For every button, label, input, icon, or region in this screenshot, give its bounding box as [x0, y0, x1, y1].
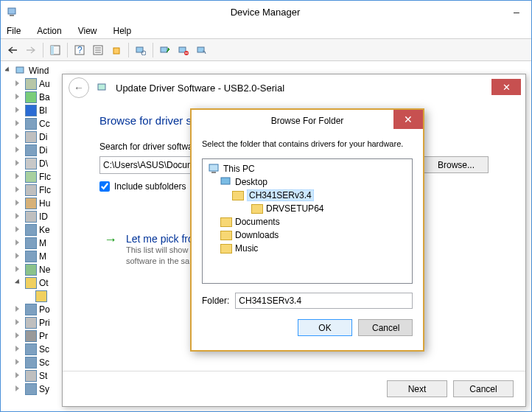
- expand-icon[interactable]: [15, 173, 23, 181]
- expand-icon[interactable]: [15, 213, 23, 220]
- expand-icon[interactable]: [15, 372, 23, 380]
- folder-name-input[interactable]: [235, 293, 413, 309]
- expand-icon[interactable]: [15, 133, 23, 141]
- expand-icon[interactable]: [5, 67, 13, 74]
- tree-label: Flc: [39, 172, 51, 182]
- expand-icon[interactable]: [15, 332, 23, 340]
- device-icon: [25, 78, 37, 90]
- expand-icon[interactable]: [15, 385, 23, 393]
- expand-icon[interactable]: [15, 253, 23, 260]
- titlebar: Device Manager –: [1, 1, 531, 23]
- cancel-button[interactable]: Cancel: [358, 319, 413, 336]
- expand-icon[interactable]: [15, 226, 23, 234]
- next-button[interactable]: Next: [387, 380, 447, 397]
- tree-node-downloads[interactable]: Downloads: [206, 228, 409, 242]
- expand-icon[interactable]: [15, 359, 23, 366]
- device-icon: [25, 370, 37, 382]
- folder-icon: [220, 244, 232, 254]
- cancel-button[interactable]: Cancel: [453, 380, 514, 397]
- show-hide-button[interactable]: [46, 41, 64, 59]
- expand-icon[interactable]: [15, 107, 23, 114]
- expand-icon[interactable]: [15, 266, 23, 273]
- back-button[interactable]: [4, 41, 21, 59]
- svg-text:?: ?: [77, 45, 83, 55]
- menu-file[interactable]: File: [4, 24, 24, 38]
- device-icon: [25, 317, 37, 329]
- tree-node-this-pc[interactable]: This PC: [206, 162, 409, 175]
- device-icon: [25, 91, 37, 103]
- minimize-button[interactable]: –: [508, 5, 525, 18]
- separator: [153, 43, 153, 57]
- close-button[interactable]: ✕: [491, 79, 521, 95]
- tree-label: Ne: [39, 265, 50, 275]
- svg-rect-3: [51, 46, 54, 55]
- tree-node-music[interactable]: Music: [206, 242, 409, 255]
- browse-button[interactable]: Browse...: [424, 156, 489, 173]
- wizard-footer: Next Cancel: [63, 371, 525, 406]
- tree-label: Downloads: [235, 230, 279, 240]
- device-icon: [25, 118, 37, 130]
- expand-icon[interactable]: [15, 186, 23, 194]
- menu-action[interactable]: Action: [34, 24, 64, 38]
- svg-rect-0: [8, 8, 15, 14]
- help-button[interactable]: ?: [71, 41, 88, 59]
- update-button[interactable]: [108, 41, 125, 59]
- forward-button[interactable]: [22, 41, 40, 59]
- tree-label: Sc: [39, 357, 49, 368]
- uninstall-button[interactable]: [175, 41, 192, 59]
- expand-icon[interactable]: [15, 346, 23, 353]
- svg-rect-1: [10, 15, 14, 16]
- svg-rect-14: [179, 47, 186, 52]
- expand-icon[interactable]: [15, 160, 23, 167]
- tree-label: Ba: [39, 92, 50, 102]
- dialog-body: Select the folder that contains drivers …: [192, 132, 423, 350]
- device-icon: [25, 383, 37, 395]
- menu-help[interactable]: Help: [111, 24, 135, 38]
- include-subfolders-checkbox[interactable]: [99, 181, 110, 192]
- back-button[interactable]: ←: [69, 77, 89, 98]
- tree-label: M: [39, 238, 46, 248]
- tree-node-documents[interactable]: Documents: [206, 215, 409, 228]
- device-icon: [25, 277, 37, 289]
- device-icon: [25, 198, 37, 209]
- tree-label: Ke: [39, 225, 50, 235]
- tree-label: Po: [39, 304, 50, 315]
- expand-icon[interactable]: [15, 319, 23, 327]
- tree-label: Pr: [39, 331, 48, 341]
- expand-icon[interactable]: [15, 80, 23, 88]
- expand-icon[interactable]: [15, 147, 23, 154]
- disable-button[interactable]: [193, 41, 211, 59]
- expand-icon[interactable]: [15, 120, 23, 128]
- tree-node-ch341[interactable]: CH341SERv3.4: [206, 189, 409, 202]
- close-button[interactable]: ✕: [393, 110, 423, 129]
- driver-icon: [97, 82, 108, 94]
- device-icon: [25, 357, 37, 369]
- menubar: File Action View Help: [1, 23, 531, 39]
- tree-label: Cc: [39, 119, 50, 129]
- tree-label-selected: CH341SERv3.4: [247, 189, 314, 201]
- expand-icon[interactable]: [15, 240, 23, 247]
- device-icon: [25, 251, 37, 262]
- tree-node-drvsetup[interactable]: DRVSETUP64: [206, 202, 409, 215]
- folder-tree[interactable]: This PC Desktop CH341SERv3.4 DRVSETUP64: [202, 158, 413, 284]
- pc-icon: [209, 164, 220, 174]
- bluetooth-icon: [25, 105, 37, 116]
- properties-button[interactable]: [89, 41, 107, 59]
- ok-button[interactable]: OK: [298, 319, 352, 336]
- svg-rect-13: [161, 47, 167, 52]
- tree-label: Music: [235, 243, 258, 254]
- expand-icon[interactable]: [15, 306, 23, 313]
- tree-root-label: Wind: [29, 66, 49, 76]
- menu-view[interactable]: View: [75, 24, 100, 38]
- dialog-instruction: Select the folder that contains drivers …: [202, 139, 413, 148]
- folder-icon: [220, 231, 232, 240]
- device-icon: [35, 290, 47, 302]
- update-driver-button[interactable]: [156, 41, 174, 59]
- scan-button[interactable]: [132, 41, 150, 59]
- expand-icon[interactable]: [15, 200, 23, 207]
- expand-icon[interactable]: [15, 279, 23, 287]
- device-icon: [25, 304, 37, 315]
- tree-node-desktop[interactable]: Desktop: [206, 175, 409, 189]
- wizard-titlebar: ← Update Driver Software - USB2.0-Serial…: [63, 74, 525, 101]
- expand-icon[interactable]: [15, 94, 23, 101]
